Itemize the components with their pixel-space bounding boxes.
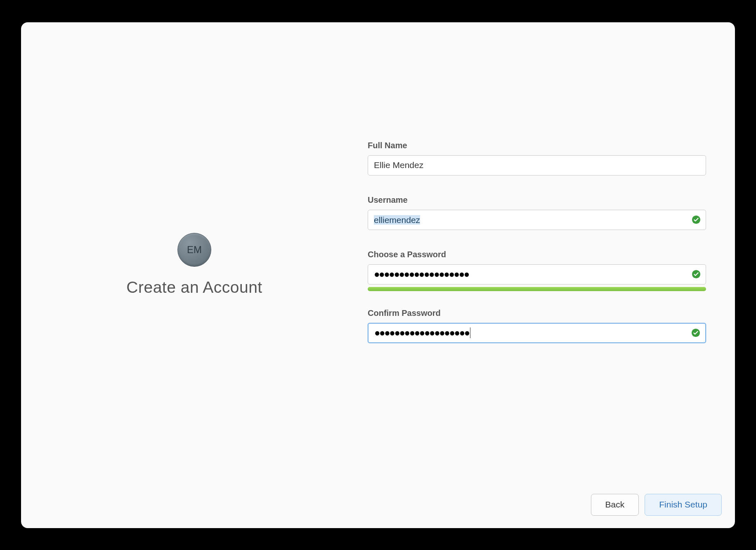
username-group: Username elliemendez — [368, 195, 706, 230]
setup-window: EM Create an Account Full Name Username … — [21, 22, 735, 528]
confirm-input-wrapper: ●●●●●●●●●●●●●●●●●●● — [368, 323, 706, 343]
password-label: Choose a Password — [368, 250, 706, 259]
password-input[interactable]: ●●●●●●●●●●●●●●●●●●● — [368, 264, 706, 284]
page-title: Create an Account — [126, 278, 262, 296]
fullname-label: Full Name — [368, 141, 706, 150]
check-icon — [692, 215, 701, 224]
confirm-input[interactable]: ●●●●●●●●●●●●●●●●●●● — [368, 323, 706, 343]
fullname-group: Full Name — [368, 141, 706, 175]
form-panel: Full Name Username elliemendez C — [368, 134, 735, 528]
check-icon — [692, 270, 701, 279]
left-panel: EM Create an Account — [21, 134, 368, 528]
password-mask: ●●●●●●●●●●●●●●●●●●● — [374, 268, 469, 280]
password-input-wrapper: ●●●●●●●●●●●●●●●●●●● — [368, 264, 706, 291]
content-area: EM Create an Account Full Name Username … — [21, 22, 735, 528]
avatar-initials: EM — [187, 244, 202, 256]
finish-setup-button[interactable]: Finish Setup — [645, 494, 722, 516]
fullname-input[interactable] — [368, 155, 706, 175]
username-label: Username — [368, 195, 706, 205]
confirm-mask: ●●●●●●●●●●●●●●●●●●● — [374, 327, 469, 339]
button-row: Back Finish Setup — [591, 494, 722, 516]
back-button[interactable]: Back — [591, 494, 639, 516]
password-strength-bar — [368, 287, 706, 291]
check-icon — [691, 328, 700, 337]
password-group: Choose a Password ●●●●●●●●●●●●●●●●●●● — [368, 250, 706, 291]
username-value: elliemendez — [374, 215, 420, 225]
confirm-group: Confirm Password ●●●●●●●●●●●●●●●●●●● — [368, 308, 706, 343]
username-input[interactable]: elliemendez — [368, 210, 706, 230]
avatar[interactable]: EM — [177, 233, 211, 267]
username-input-wrapper: elliemendez — [368, 210, 706, 230]
fullname-input-wrapper — [368, 155, 706, 175]
confirm-label: Confirm Password — [368, 308, 706, 318]
text-cursor — [470, 327, 470, 338]
